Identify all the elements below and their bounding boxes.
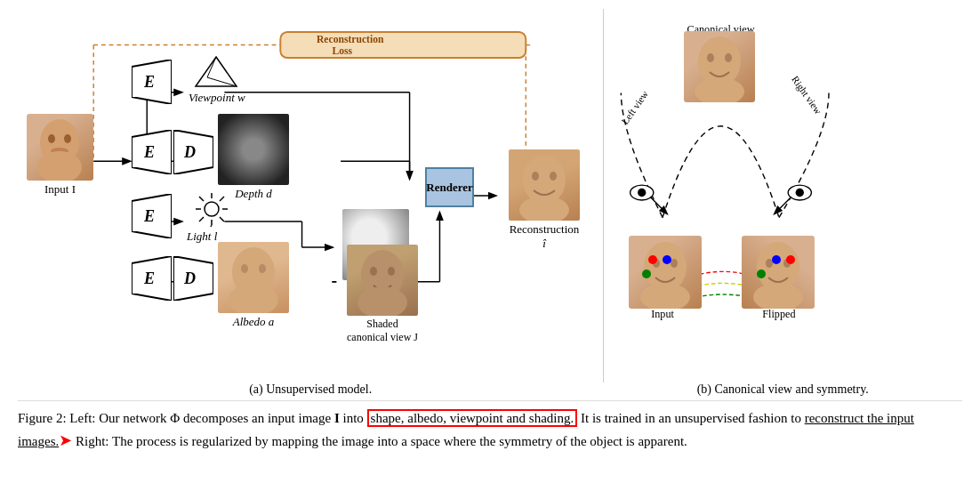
svg-text:Flipped: Flipped — [763, 308, 796, 320]
svg-point-88 — [695, 77, 744, 102]
svg-point-71 — [532, 172, 539, 181]
figure-caption-mid3: Right: The process is regularized by map… — [72, 434, 687, 448]
flipped-face — [742, 236, 815, 309]
renderer-box: Renderer — [425, 167, 474, 207]
svg-line-55 — [208, 225, 212, 227]
left-caption: (a) Unsupervised model. — [18, 382, 603, 400]
viewpoint-icon — [194, 55, 238, 94]
encoder-viewpoint: E — [132, 60, 172, 108]
highlight-text: shape, albedo, viewpoint and shading. — [367, 409, 578, 427]
svg-point-91 — [671, 259, 678, 268]
diagram-captions: (a) Unsupervised model. (b) Canonical vi… — [18, 382, 962, 400]
svg-line-53 — [220, 197, 224, 201]
svg-text:E: E — [143, 73, 155, 91]
figure-caption-prefix: Figure 2: Left: Our network Φ decomposes… — [18, 411, 334, 425]
reconstruction-label: Reconstruction î — [509, 222, 580, 251]
svg-text:E: E — [143, 143, 155, 161]
svg-point-96 — [753, 283, 803, 309]
input-label: Input I — [27, 182, 93, 197]
svg-text:E: E — [143, 270, 155, 287]
encoder-albedo: E — [132, 256, 172, 304]
light-label: Light l — [187, 229, 217, 244]
decoder-depth: D — [173, 130, 213, 178]
svg-point-32 — [64, 134, 71, 143]
svg-point-65 — [229, 284, 278, 313]
svg-point-46 — [205, 202, 219, 216]
canonical-face — [684, 31, 755, 102]
figure-caption-into: into — [340, 411, 367, 425]
svg-line-51 — [199, 197, 204, 201]
svg-line-82 — [775, 197, 792, 213]
svg-text:Loss: Loss — [332, 45, 352, 57]
svg-text:D: D — [183, 143, 196, 161]
reconstruction-image: Reconstruction î — [509, 149, 580, 249]
depth-image: Depth d — [218, 114, 289, 199]
encoder-light: E — [132, 194, 172, 242]
input-face-right — [629, 236, 702, 309]
viewpoint-label: Viewpoint w — [189, 91, 245, 105]
svg-text:D: D — [183, 270, 196, 287]
svg-point-63 — [241, 264, 248, 273]
svg-point-86 — [707, 53, 714, 62]
svg-text:Input: Input — [652, 308, 675, 320]
main-container: Reconstruction Loss — [0, 0, 980, 499]
svg-line-54 — [199, 217, 204, 221]
figure-caption-mid2: It is trained in an unsupervised fashion… — [577, 411, 804, 425]
svg-point-69 — [357, 286, 407, 316]
figure-caption: Figure 2: Left: Our network Φ decomposes… — [18, 400, 962, 454]
right-diagram: Canonical view Left view Right view — [603, 9, 962, 382]
svg-point-73 — [519, 196, 569, 221]
svg-line-39 — [207, 77, 237, 86]
svg-point-78 — [638, 189, 646, 197]
shaded-canonical-image: Shaded canonical view J — [347, 245, 418, 342]
svg-marker-37 — [196, 57, 237, 86]
shaded-canonical-label: Shaded canonical view J — [347, 318, 418, 344]
svg-point-92 — [640, 283, 690, 309]
right-inner: Canonical view Left view Right view — [613, 9, 962, 382]
svg-point-67 — [370, 267, 377, 276]
encoder-depth: E — [132, 130, 172, 178]
decoder-albedo: D — [173, 256, 213, 304]
svg-rect-0 — [280, 32, 526, 58]
svg-point-81 — [796, 189, 804, 197]
svg-point-68 — [388, 267, 395, 276]
light-icon — [194, 191, 229, 230]
svg-text:Right view: Right view — [791, 74, 825, 117]
svg-point-72 — [550, 172, 557, 181]
input-face: Input I — [27, 114, 93, 195]
left-diagram: Reconstruction Loss — [18, 9, 603, 382]
svg-text:Reconstruction: Reconstruction — [317, 34, 384, 45]
red-arrow: ➤ — [59, 431, 72, 449]
diagram-area: Reconstruction Loss — [18, 9, 962, 382]
albedo-image: Albedo a — [218, 242, 289, 327]
right-caption: (b) Canonical view and symmetry. — [603, 382, 962, 400]
svg-point-31 — [48, 134, 55, 143]
svg-line-52 — [220, 217, 224, 221]
svg-point-87 — [725, 53, 732, 62]
albedo-label: Albedo a — [218, 315, 289, 329]
svg-line-79 — [650, 197, 667, 213]
svg-text:E: E — [143, 207, 155, 225]
svg-point-64 — [259, 264, 266, 273]
